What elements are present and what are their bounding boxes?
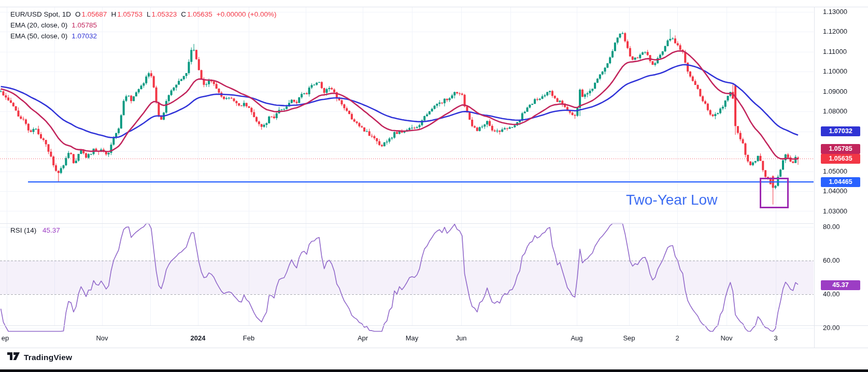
price-axis[interactable]: 1.130001.120001.110001.100001.090001.080… [815, 0, 868, 348]
price-badge: 1.04465 [821, 177, 860, 187]
ohlc-close-value: 1.05635 [187, 10, 212, 18]
time-axis-label: Sep [623, 334, 635, 342]
bottom-bar [0, 369, 868, 372]
price-badge: 1.05785 [821, 144, 860, 154]
rsi-label: RSI (14) [10, 226, 36, 234]
time-axis-label: 2024 [191, 334, 206, 342]
tradingview-chart-widget: EUR/USD Spot, 1D O 1.05687 H 1.05753 L 1… [0, 0, 868, 372]
change-value: +0.00000 (+0.00%) [217, 10, 277, 18]
two-year-low-annotation[interactable]: Two-Year Low [626, 192, 717, 208]
ema20-value: 1.05785 [72, 21, 97, 29]
legend-symbol-row[interactable]: EUR/USD Spot, 1D O 1.05687 H 1.05753 L 1… [10, 9, 280, 20]
axis-tick-label: 1.09000 [823, 88, 847, 95]
ohlc-high-value: 1.05753 [117, 10, 143, 18]
axis-tick-label: 1.08000 [823, 107, 847, 115]
time-axis-label: Nov [96, 334, 108, 342]
axis-tick-label: 20.00 [823, 324, 840, 332]
rsi-value: 45.37 [42, 226, 60, 234]
axis-tick-label: 40.00 [823, 290, 840, 298]
axis-tick-label: 1.12000 [823, 27, 847, 35]
chart-canvas[interactable] [0, 0, 868, 372]
axis-tick-label: 60.00 [823, 256, 840, 264]
ohlc-open-value: 1.05687 [82, 10, 107, 18]
time-axis-label: May [406, 334, 419, 342]
tradingview-attribution[interactable]: TradingView [7, 352, 72, 362]
time-axis-label: ep [2, 334, 9, 342]
tradingview-wordmark: TradingView [24, 353, 72, 362]
time-axis-label: Feb [243, 334, 254, 342]
time-axis-label: 2 [675, 334, 679, 342]
symbol-title: EUR/USD Spot, 1D [10, 10, 71, 18]
price-badge: 45.37 [821, 280, 860, 290]
widget-bottom-border [0, 348, 868, 348]
ema50-label: EMA (50, close, 0) [10, 32, 67, 40]
time-axis-label: Jun [456, 334, 467, 342]
time-axis-label: 3 [774, 334, 777, 342]
tradingview-logo-icon [7, 352, 20, 362]
time-axis-label: Apr [358, 334, 368, 342]
legend-ema50-row[interactable]: EMA (50, close, 0) 1.07032 [10, 31, 280, 41]
ohlc-low-value: 1.05323 [151, 10, 177, 18]
price-badge: 1.05635 [821, 154, 860, 164]
time-axis[interactable]: epNov2024FebAprMayJunAugSep2Nov3 [0, 325, 814, 348]
legend: EUR/USD Spot, 1D O 1.05687 H 1.05753 L 1… [10, 9, 280, 41]
axis-tick-label: 1.05000 [823, 167, 847, 175]
two-year-low-box[interactable] [760, 178, 789, 208]
axis-tick-label: 80.00 [823, 223, 840, 231]
time-axis-label: Nov [720, 334, 732, 342]
price-badge: 1.07032 [821, 126, 860, 136]
widget-top-border [0, 7, 868, 7]
legend-ema20-row[interactable]: EMA (20, close, 0) 1.05785 [10, 20, 280, 31]
time-axis-label: Aug [571, 334, 582, 342]
rsi-legend-row[interactable]: RSI (14) 45.37 [10, 226, 64, 234]
axis-tick-label: 1.10000 [823, 67, 847, 75]
ohlc-low-key: L [147, 10, 151, 18]
ohlc-open-key: O [75, 10, 81, 18]
axis-tick-label: 1.04000 [823, 187, 847, 195]
axis-tick-label: 1.11000 [823, 48, 847, 55]
axis-tick-label: 1.13000 [823, 8, 847, 16]
panel-separator[interactable] [0, 223, 814, 224]
ohlc-close-key: C [181, 10, 186, 18]
axis-tick-label: 1.03000 [823, 207, 847, 215]
ema20-label: EMA (20, close, 0) [10, 21, 67, 29]
ema50-value: 1.07032 [72, 32, 97, 40]
ohlc-high-key: H [111, 10, 116, 18]
